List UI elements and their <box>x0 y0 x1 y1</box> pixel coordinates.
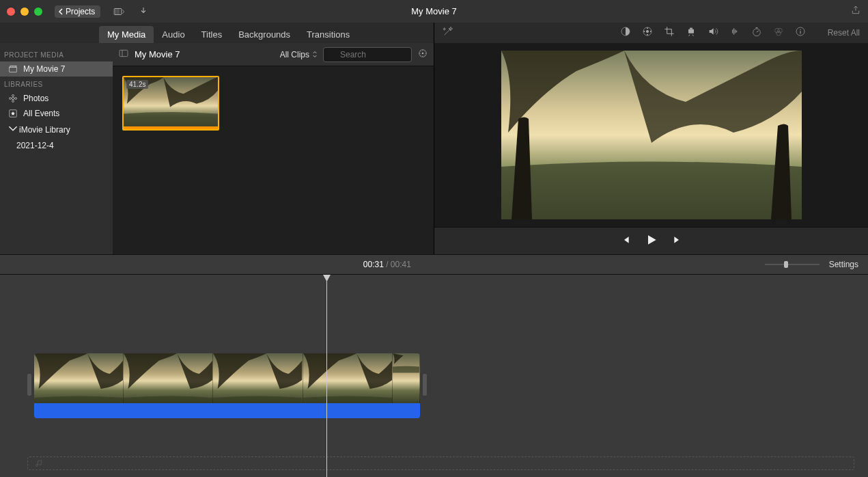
timeline-header: 00:31 / 00:41 Settings <box>0 254 868 275</box>
star-box-icon <box>8 109 18 118</box>
clip-filter-dropdown[interactable]: All Clips <box>280 50 318 59</box>
video-preview <box>501 51 802 219</box>
projects-label: Projects <box>66 7 95 16</box>
svg-point-20 <box>643 31 645 32</box>
svg-point-19 <box>647 34 648 36</box>
total-time: 00:41 <box>391 260 411 269</box>
preview-frame-image <box>501 51 802 219</box>
chevron-down-icon[interactable] <box>8 124 14 135</box>
svg-point-3 <box>12 94 14 96</box>
timeline-clip[interactable] <box>34 353 420 418</box>
fullscreen-window-button[interactable] <box>34 8 42 16</box>
clip-trim-handle-right[interactable] <box>423 374 427 396</box>
svg-point-18 <box>649 31 651 32</box>
browser-tabs: My Media Audio Titles Backgrounds Transi… <box>0 23 434 43</box>
prev-button[interactable] <box>620 234 631 248</box>
playhead-time: 00:31 / 00:41 <box>363 260 411 269</box>
viewer-toolbar: Reset All <box>434 23 868 43</box>
sidebar-photos-label: Photos <box>23 94 48 103</box>
current-time: 00:31 <box>363 260 384 269</box>
music-note-icon <box>35 459 43 467</box>
color-correction-button[interactable] <box>642 26 653 40</box>
sidebar-event-label: 2021-12-4 <box>16 141 54 150</box>
tab-transitions[interactable]: Transitions <box>298 26 358 43</box>
svg-rect-1 <box>10 68 17 72</box>
traffic-lights <box>7 8 42 16</box>
zoom-knob[interactable] <box>784 261 788 268</box>
window-titlebar: Projects My Movie 7 <box>0 0 868 23</box>
sort-arrows-icon <box>312 51 318 58</box>
viewer-panel: Reset All <box>434 23 868 254</box>
projects-back-button[interactable]: Projects <box>55 5 100 18</box>
search-input[interactable] <box>323 47 412 62</box>
noise-reduction-button[interactable] <box>729 26 740 40</box>
next-button[interactable] <box>672 234 683 248</box>
svg-point-13 <box>422 52 424 54</box>
timeline-settings-button[interactable]: Settings <box>829 260 858 269</box>
timeline-clip-audio[interactable] <box>34 403 420 418</box>
color-balance-button[interactable] <box>620 26 631 40</box>
clip-duration-badge: 41.2s <box>126 80 148 89</box>
info-button[interactable] <box>795 26 806 40</box>
svg-rect-21 <box>688 29 694 33</box>
clip-audio-strip <box>124 126 218 129</box>
enhance-button[interactable] <box>443 26 453 40</box>
transport-bar <box>434 227 868 254</box>
timeline[interactable] <box>0 275 868 477</box>
media-import-button[interactable] <box>113 5 125 18</box>
reset-all-button[interactable]: Reset All <box>828 28 860 38</box>
svg-rect-8 <box>120 50 128 56</box>
filter-button[interactable] <box>773 26 784 40</box>
sidebar-photos[interactable]: Photos <box>0 91 113 106</box>
music-well[interactable] <box>27 456 854 470</box>
svg-point-2 <box>12 97 14 100</box>
svg-rect-0 <box>115 8 122 14</box>
speed-button[interactable] <box>751 26 762 40</box>
libraries-header: LIBRARIES <box>0 77 113 91</box>
chevron-left-icon <box>57 8 64 15</box>
clip-options-button[interactable] <box>417 48 428 62</box>
play-button[interactable] <box>645 233 658 249</box>
sidebar-library-label: iMovie Library <box>19 125 70 135</box>
close-window-button[interactable] <box>7 8 15 16</box>
tab-titles[interactable]: Titles <box>193 26 231 43</box>
sidebar-event[interactable]: 2021-12-4 <box>0 138 113 153</box>
tab-audio[interactable]: Audio <box>154 26 193 43</box>
share-button[interactable] <box>850 5 861 18</box>
svg-point-25 <box>777 28 782 33</box>
sidebar-all-events[interactable]: All Events <box>0 106 113 121</box>
svg-point-6 <box>15 98 17 100</box>
media-crumb: My Movie 7 <box>135 49 180 59</box>
media-toolbar: My Movie 7 All Clips <box>113 43 434 66</box>
clip-trim-handle-left[interactable] <box>27 374 31 396</box>
window-title: My Movie 7 <box>411 6 456 16</box>
sidebar-all-events-label: All Events <box>23 109 59 118</box>
timeline-clip-video[interactable] <box>34 353 420 403</box>
clips-grid[interactable]: 41.2s <box>113 66 434 254</box>
tab-backgrounds[interactable]: Backgrounds <box>230 26 298 43</box>
minimize-window-button[interactable] <box>20 8 29 16</box>
volume-button[interactable] <box>708 26 718 40</box>
viewer-stage[interactable] <box>434 43 868 227</box>
download-import-button[interactable] <box>137 5 150 18</box>
sidebar-toggle-button[interactable] <box>118 48 129 62</box>
media-clip[interactable]: 41.2s <box>122 76 219 131</box>
svg-point-28 <box>800 29 800 30</box>
browser-sidebar: PROJECT MEDIA My Movie 7 LIBRARIES Photo… <box>0 43 113 254</box>
crop-button[interactable] <box>664 26 675 40</box>
clapperboard-icon <box>8 64 18 74</box>
sidebar-library[interactable]: iMovie Library <box>0 121 113 138</box>
tab-my-media[interactable]: My Media <box>99 26 154 43</box>
clip-filter-label: All Clips <box>280 50 309 59</box>
sidebar-project-label: My Movie 7 <box>23 64 65 74</box>
svg-point-24 <box>774 28 779 33</box>
svg-point-5 <box>9 98 11 100</box>
zoom-slider[interactable] <box>765 264 820 265</box>
svg-point-26 <box>776 31 781 36</box>
project-media-header: PROJECT MEDIA <box>0 47 113 62</box>
stabilize-button[interactable] <box>686 26 697 40</box>
svg-point-17 <box>647 27 648 29</box>
playhead[interactable] <box>326 275 327 477</box>
sidebar-project-item[interactable]: My Movie 7 <box>0 62 113 77</box>
flower-icon <box>8 94 18 103</box>
